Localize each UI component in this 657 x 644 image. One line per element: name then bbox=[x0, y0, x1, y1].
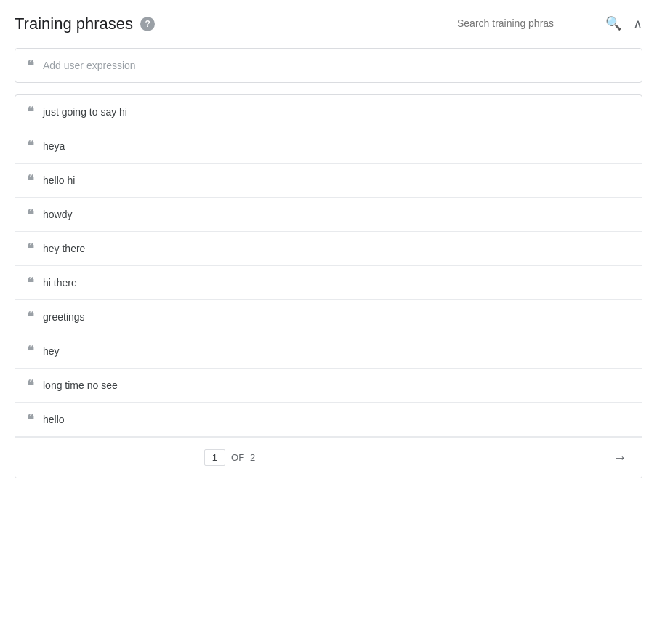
quote-icon: ❝ bbox=[27, 242, 34, 255]
phrase-text: greetings bbox=[43, 311, 85, 323]
phrase-text: heya bbox=[43, 140, 65, 152]
header-left: Training phrases ? bbox=[15, 15, 155, 33]
quote-icon: ❝ bbox=[27, 59, 34, 72]
list-item[interactable]: ❝long time no see bbox=[15, 369, 642, 403]
list-item[interactable]: ❝hi there bbox=[15, 266, 642, 300]
next-page-arrow[interactable]: → bbox=[610, 446, 630, 469]
phrase-text: hi there bbox=[43, 277, 77, 289]
list-item[interactable]: ❝heya bbox=[15, 129, 642, 164]
quote-icon: ❝ bbox=[27, 276, 34, 289]
list-item[interactable]: ❝howdy bbox=[15, 198, 642, 232]
list-item[interactable]: ❝hey bbox=[15, 334, 642, 369]
phrases-list: ❝just going to say hi❝heya❝hello hi❝howd… bbox=[15, 94, 642, 478]
search-container: 🔍 bbox=[457, 15, 621, 33]
list-item[interactable]: ❝hey there bbox=[15, 232, 642, 266]
page-title: Training phrases bbox=[15, 15, 133, 33]
quote-icon: ❝ bbox=[27, 174, 34, 187]
quote-icon: ❝ bbox=[27, 379, 34, 392]
phrase-text: long time no see bbox=[43, 379, 118, 391]
phrase-text: just going to say hi bbox=[43, 106, 127, 118]
help-icon[interactable]: ? bbox=[140, 17, 155, 31]
pagination-wrapper: 1 OF 2 → bbox=[27, 446, 630, 469]
list-item[interactable]: ❝hello bbox=[15, 403, 642, 437]
quote-icon: ❝ bbox=[27, 310, 34, 323]
search-input[interactable] bbox=[457, 17, 602, 29]
quote-icon: ❝ bbox=[27, 140, 34, 153]
add-expression-box[interactable]: ❝ Add user expression bbox=[15, 48, 642, 83]
phrase-text: hey there bbox=[43, 243, 85, 254]
current-page: 1 bbox=[204, 449, 225, 466]
quote-icon: ❝ bbox=[27, 208, 34, 221]
total-pages: 2 bbox=[250, 452, 255, 463]
phrase-text: howdy bbox=[43, 209, 72, 220]
list-item[interactable]: ❝hello hi bbox=[15, 164, 642, 198]
pagination-center: 1 OF 2 bbox=[204, 449, 256, 466]
phrase-text: hey bbox=[43, 345, 60, 357]
header: Training phrases ? 🔍 ∧ bbox=[15, 15, 642, 33]
quote-icon: ❝ bbox=[27, 413, 34, 426]
phrase-text: hello hi bbox=[43, 174, 75, 186]
list-item[interactable]: ❝just going to say hi bbox=[15, 95, 642, 129]
quote-icon: ❝ bbox=[27, 105, 34, 118]
phrase-text: hello bbox=[43, 414, 65, 425]
add-expression-placeholder: Add user expression bbox=[43, 60, 136, 71]
page-of-label: OF bbox=[231, 452, 244, 463]
quote-icon: ❝ bbox=[27, 345, 34, 358]
collapse-icon[interactable]: ∧ bbox=[633, 16, 642, 32]
header-right: 🔍 ∧ bbox=[457, 15, 642, 33]
list-item[interactable]: ❝greetings bbox=[15, 300, 642, 334]
search-icon[interactable]: 🔍 bbox=[605, 15, 621, 31]
pagination-row: 1 OF 2 → bbox=[15, 437, 642, 478]
